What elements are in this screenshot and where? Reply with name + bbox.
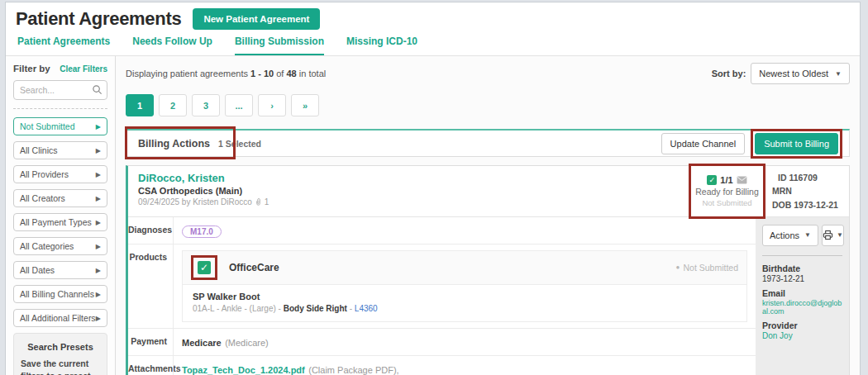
actions-dropdown-button[interactable]: Actions ▼ bbox=[762, 225, 818, 246]
payment-label: Payment bbox=[128, 329, 173, 355]
filter-all-categories[interactable]: All Categories▶ bbox=[13, 237, 107, 255]
ready-checkbox[interactable]: ✓ bbox=[707, 175, 717, 185]
filter-all-additional-filters[interactable]: All Additional Filters▶ bbox=[13, 309, 107, 327]
product-status: ● Not Submitted bbox=[676, 263, 738, 273]
filter-all-billing-channels[interactable]: All Billing Channels▶ bbox=[13, 285, 107, 303]
patient-name-link[interactable]: DiRocco, Kristen bbox=[138, 172, 679, 184]
panel-divider bbox=[762, 255, 842, 256]
email-value[interactable]: kristen.dirocco@djoglobal.com bbox=[762, 299, 842, 316]
payment-name: Medicare bbox=[182, 338, 222, 348]
diagnoses-row: Diagnoses M17.0 bbox=[128, 217, 756, 244]
chevron-right-icon: ▶ bbox=[96, 123, 101, 131]
page-3-button[interactable]: 3 bbox=[192, 94, 220, 116]
filter-all-dates[interactable]: All Dates▶ bbox=[13, 261, 107, 279]
update-channel-button[interactable]: Update Channel bbox=[661, 133, 746, 154]
diagnoses-label: Diagnoses bbox=[128, 217, 173, 244]
chevron-right-icon: ▶ bbox=[96, 195, 101, 202]
search-presets-description: Save the current filters to a preset or … bbox=[21, 358, 100, 375]
product-box: ✓ OfficeCare ● Not Submitted bbox=[182, 250, 747, 322]
hcpcs-code-link[interactable]: L4360 bbox=[355, 304, 378, 313]
patient-agreement-card: DiRocco, Kristen CSA Orthopedics (Main) … bbox=[126, 165, 850, 375]
page-1-button[interactable]: 1 bbox=[126, 94, 154, 116]
birthdate-label: Birthdate bbox=[762, 263, 842, 273]
sort-dropdown[interactable]: Newest to Oldest ▼ bbox=[751, 63, 850, 84]
results-total: 48 bbox=[287, 69, 297, 78]
filter-all-creators[interactable]: All Creators▶ bbox=[13, 189, 107, 207]
page-2-button[interactable]: 2 bbox=[159, 94, 187, 116]
ready-status: Not Submitted bbox=[702, 198, 751, 207]
clear-filters-link[interactable]: Clear Filters bbox=[60, 64, 107, 74]
patient-id: ID 116709 bbox=[772, 171, 842, 184]
patient-dob: DOB 1973-12-21 bbox=[772, 198, 842, 211]
created-meta: 09/24/2025 by Kristen DiRocco 1 bbox=[138, 197, 679, 206]
product-item: SP Walker Boot 01A-L - Ankle - (Large) -… bbox=[183, 284, 746, 321]
tab-patient-agreements[interactable]: Patient Agreements bbox=[17, 36, 110, 55]
product-item-detail: 01A-L - Ankle - (Large) - Body Side Righ… bbox=[193, 304, 737, 313]
filter-sidebar: Filter by Clear Filters Not Submitted▶ A… bbox=[6, 56, 116, 375]
chevron-right-icon: ▶ bbox=[96, 291, 101, 298]
submit-to-billing-button[interactable]: Submit to Billing bbox=[755, 133, 838, 154]
tab-missing-icd-10[interactable]: Missing ICD-10 bbox=[346, 36, 417, 55]
product-item-name: SP Walker Boot bbox=[193, 292, 737, 301]
selected-count: 1 Selected bbox=[218, 139, 261, 149]
provider-value[interactable]: Don Joy bbox=[762, 331, 842, 340]
chevron-down-icon: ▼ bbox=[804, 231, 811, 239]
patient-mrn: MRN bbox=[772, 184, 842, 197]
annotation-box-submit: Submit to Billing bbox=[751, 129, 842, 159]
tab-billing-submission[interactable]: Billing Submission bbox=[235, 36, 324, 55]
tab-bar: Patient Agreements Needs Follow Up Billi… bbox=[16, 36, 850, 55]
body-side: Body Side Right bbox=[284, 304, 347, 313]
billing-actions-title: Billing Actions bbox=[138, 138, 210, 150]
chevron-right-icon: ▶ bbox=[96, 243, 101, 250]
filter-all-providers[interactable]: All Providers▶ bbox=[13, 165, 107, 183]
attachment-count: 1 bbox=[265, 197, 269, 206]
search-icon bbox=[92, 84, 103, 95]
filter-all-clinics[interactable]: All Clinics▶ bbox=[13, 141, 107, 159]
products-row: Products ✓ OfficeCare bbox=[128, 244, 756, 329]
search-presets-title: Search Presets bbox=[21, 342, 100, 352]
new-patient-agreement-button[interactable]: New Patient Agreement bbox=[193, 8, 320, 30]
chevron-right-icon: ▶ bbox=[96, 315, 101, 322]
ready-for-billing-block: ✓ 1/1 Ready for Billing Not Submitted bbox=[689, 166, 765, 216]
billing-actions-bar: Billing Actions 1 Selected Update Channe… bbox=[126, 129, 850, 157]
app-window: Patient Agreements New Patient Agreement… bbox=[5, 2, 861, 375]
next-page-button[interactable]: › bbox=[258, 94, 286, 116]
product-name: OfficeCare bbox=[229, 262, 279, 273]
chevron-down-icon: ▼ bbox=[837, 231, 843, 239]
products-label: Products bbox=[128, 244, 173, 328]
birthdate-value: 1973-12-21 bbox=[762, 274, 842, 283]
pagination: 1 2 3 ... › » bbox=[126, 94, 850, 116]
page-header: Patient Agreements New Patient Agreement… bbox=[6, 2, 860, 56]
chevron-right-icon: ▶ bbox=[96, 171, 101, 178]
filter-by-label: Filter by bbox=[13, 64, 50, 74]
email-label: Email bbox=[762, 288, 842, 298]
filter-not-submitted[interactable]: Not Submitted▶ bbox=[13, 117, 107, 135]
payment-row: Payment Medicare (Medicare) bbox=[128, 329, 756, 356]
sidebar-divider bbox=[13, 108, 107, 109]
envelope-icon[interactable] bbox=[737, 176, 747, 184]
patient-ids-block: ID 116709 MRN DOB 1973-12-21 bbox=[765, 166, 849, 216]
attachment-file-link[interactable]: Topaz_Tech_Doc_1.2024.pdf bbox=[182, 365, 305, 375]
attachments-label: Attachments bbox=[128, 356, 173, 375]
page-title: Patient Agreements bbox=[16, 8, 181, 30]
chevron-right-icon: ▶ bbox=[96, 267, 101, 274]
print-dropdown-button[interactable]: ▼ bbox=[822, 225, 844, 246]
page-ellipsis-button[interactable]: ... bbox=[225, 94, 253, 116]
ready-ratio: 1/1 bbox=[720, 175, 732, 185]
last-page-button[interactable]: » bbox=[291, 94, 319, 116]
chevron-right-icon: ▶ bbox=[96, 147, 101, 154]
paperclip-icon bbox=[255, 197, 262, 206]
attachments-row: Attachments Topaz_Tech_Doc_1.2024.pdf (C… bbox=[128, 356, 756, 375]
search-presets-panel: Search Presets Save the current filters … bbox=[13, 333, 107, 375]
product-checkbox[interactable]: ✓ bbox=[198, 261, 211, 274]
main-content: Displaying patient agreements 1 - 10 of … bbox=[116, 56, 860, 375]
diagnosis-code-pill[interactable]: M17.0 bbox=[182, 225, 222, 238]
tab-needs-follow-up[interactable]: Needs Follow Up bbox=[132, 36, 212, 55]
chevron-down-icon: ▼ bbox=[835, 70, 842, 78]
filter-all-payment-types[interactable]: All Payment Types▶ bbox=[13, 213, 107, 231]
results-range: 1 - 10 bbox=[250, 69, 274, 78]
clinic-name: CSA Orthopedics (Main) bbox=[138, 186, 679, 196]
payment-detail: (Medicare) bbox=[225, 338, 269, 348]
provider-label: Provider bbox=[762, 320, 842, 330]
status-dot-icon: ● bbox=[676, 263, 680, 271]
